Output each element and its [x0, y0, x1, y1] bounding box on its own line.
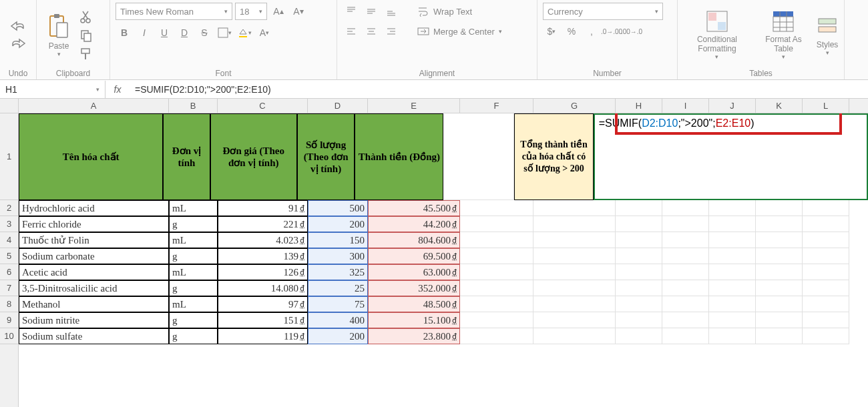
cell[interactable]: 221 ₫ [218, 216, 308, 232]
cell[interactable] [460, 200, 533, 216]
redo-icon[interactable] [10, 38, 26, 50]
cell[interactable] [756, 312, 803, 328]
cell[interactable] [709, 328, 756, 344]
cell[interactable] [460, 296, 533, 312]
cell[interactable]: Sodium sulfate [19, 328, 169, 344]
cell[interactable]: 25 [308, 280, 368, 296]
cell[interactable]: mL [169, 296, 218, 312]
cell[interactable]: 139 ₫ [218, 248, 308, 264]
col-header[interactable]: C [218, 99, 308, 113]
cell[interactable] [662, 328, 709, 344]
cell[interactable] [709, 280, 756, 296]
cell[interactable] [803, 280, 849, 296]
align-center-icon[interactable] [363, 23, 380, 40]
col-header[interactable]: D [308, 99, 368, 113]
cell[interactable] [662, 296, 709, 312]
cell[interactable]: g [169, 280, 218, 296]
cell[interactable] [803, 232, 849, 248]
cell[interactable]: 45.500 ₫ [368, 200, 460, 216]
row-header[interactable]: 5 [0, 248, 18, 264]
increase-font-icon[interactable]: A▴ [270, 3, 287, 20]
cell[interactable] [662, 232, 709, 248]
cell[interactable]: 325 [308, 264, 368, 280]
percent-button[interactable]: % [563, 23, 580, 40]
font-size-select[interactable]: 18▾ [235, 3, 267, 20]
select-all-corner[interactable] [0, 99, 19, 113]
bold-button[interactable]: B [116, 24, 133, 41]
cell[interactable]: 63.000 ₫ [368, 264, 460, 280]
cell[interactable] [756, 280, 803, 296]
cell[interactable] [616, 312, 662, 328]
cell[interactable]: 15.100 ₫ [368, 312, 460, 328]
cell[interactable] [709, 216, 756, 232]
cell[interactable] [662, 216, 709, 232]
cell[interactable] [756, 248, 803, 264]
cell[interactable]: Methanol [19, 296, 169, 312]
cell[interactable]: 91 ₫ [218, 200, 308, 216]
cell[interactable] [533, 328, 616, 344]
cell[interactable]: g [169, 216, 218, 232]
cell[interactable]: 3,5-Dinitrosalicilic acid [19, 280, 169, 296]
underline-button[interactable]: U [156, 24, 173, 41]
cell[interactable]: 200 [308, 216, 368, 232]
cell[interactable] [616, 216, 662, 232]
cell[interactable] [709, 296, 756, 312]
cell[interactable]: 23.800 ₫ [368, 328, 460, 344]
row-header[interactable]: 1 [0, 113, 18, 200]
cell[interactable] [616, 328, 662, 344]
cell[interactable]: g [169, 328, 218, 344]
cell[interactable] [709, 232, 756, 248]
cell[interactable]: 500 [308, 200, 368, 216]
cell[interactable] [662, 280, 709, 296]
cell[interactable]: 75 [308, 296, 368, 312]
comma-button[interactable]: , [583, 23, 600, 40]
col-header[interactable]: H [616, 99, 662, 113]
cell[interactable] [616, 280, 662, 296]
format-as-table-button[interactable]: Format As Table▾ [759, 10, 808, 59]
cut-icon[interactable] [79, 10, 93, 23]
row-header[interactable]: 7 [0, 280, 18, 296]
cell[interactable]: 48.500 ₫ [368, 296, 460, 312]
cell[interactable]: 151 ₫ [218, 312, 308, 328]
merge-center-button[interactable]: Merge & Center▾ [413, 24, 506, 39]
decrease-font-icon[interactable]: A▾ [290, 3, 307, 20]
strike-button[interactable]: S [196, 24, 213, 41]
cell[interactable] [533, 296, 616, 312]
row-header[interactable]: 8 [0, 296, 18, 312]
cell[interactable] [803, 264, 849, 280]
align-middle-icon[interactable] [363, 3, 380, 20]
format-painter-icon[interactable] [79, 47, 93, 61]
cell[interactable] [533, 248, 616, 264]
font-name-select[interactable]: Times New Roman▾ [116, 3, 232, 20]
cell[interactable] [616, 264, 662, 280]
cell[interactable] [756, 200, 803, 216]
cell[interactable]: 119 ₫ [218, 328, 308, 344]
cell[interactable]: 126 ₫ [218, 264, 308, 280]
align-left-icon[interactable] [343, 23, 360, 40]
cell[interactable]: 14.080 ₫ [218, 280, 308, 296]
undo-icon[interactable] [10, 21, 26, 33]
row-header[interactable]: 4 [0, 232, 18, 248]
wrap-text-button[interactable]: Wrap Text [413, 4, 476, 19]
align-right-icon[interactable] [383, 23, 400, 40]
fx-icon[interactable]: fx [105, 84, 130, 95]
col-header[interactable]: F [460, 99, 533, 113]
cell[interactable]: Tên hóa chất [19, 113, 163, 200]
formula-input[interactable] [130, 81, 868, 98]
cell[interactable]: 4.023 ₫ [218, 232, 308, 248]
cell[interactable] [709, 200, 756, 216]
col-header[interactable]: E [368, 99, 460, 113]
col-header[interactable]: K [756, 99, 803, 113]
paste-button[interactable]: Paste ▾ [42, 13, 75, 57]
cell[interactable]: Ferric chloride [19, 216, 169, 232]
cell[interactable] [756, 232, 803, 248]
cell[interactable]: 150 [308, 232, 368, 248]
cell[interactable]: 97 ₫ [218, 296, 308, 312]
cell[interactable]: g [169, 312, 218, 328]
cell[interactable]: Acetic acid [19, 264, 169, 280]
col-header[interactable]: A [19, 99, 169, 113]
cell[interactable]: Hydrochloric acid [19, 200, 169, 216]
increase-decimal-button[interactable]: .0→.00 [603, 23, 620, 40]
cell[interactable] [756, 216, 803, 232]
cell[interactable]: Sodium carbonate [19, 248, 169, 264]
